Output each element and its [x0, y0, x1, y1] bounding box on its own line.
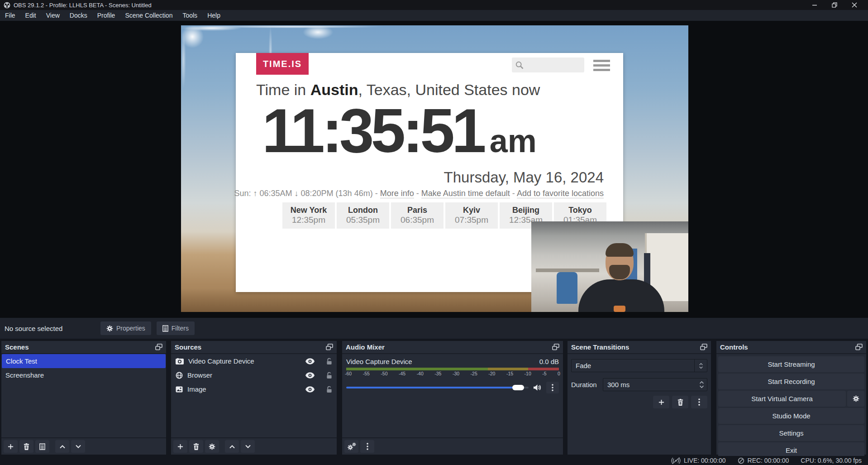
start-streaming-button[interactable]: Start Streaming: [718, 356, 864, 372]
audio-mixer-header[interactable]: Audio Mixer: [342, 341, 563, 354]
scene-item-clock-test[interactable]: Clock Test: [2, 354, 166, 368]
transition-menu-button[interactable]: [691, 396, 707, 408]
remove-source-button[interactable]: [189, 440, 203, 453]
popout-icon: [552, 344, 559, 350]
make-default-link: Make Austin time default: [421, 189, 510, 198]
webcam-overlay: [531, 221, 688, 312]
menu-help[interactable]: Help: [202, 10, 225, 21]
lock-icon[interactable]: [326, 358, 332, 365]
add-scene-button[interactable]: [4, 440, 18, 453]
sources-panel: Sources Video Capture Device Browser Ima…: [171, 340, 337, 455]
window-title: OBS 29.1.2 - Profile: LLHLS BETA - Scene…: [14, 2, 152, 9]
menu-docks[interactable]: Docks: [65, 10, 92, 21]
mixer-channel: Video Capture Device 0.0 dB -60-55-50-45…: [342, 354, 563, 437]
live-status: LIVE: 00:00:00: [671, 457, 726, 464]
move-scene-down-button[interactable]: [71, 440, 85, 453]
move-source-up-button[interactable]: [225, 440, 239, 453]
timeis-date: Thursday, May 16, 2024: [444, 169, 604, 186]
image-icon: [176, 386, 183, 393]
restore-button[interactable]: [825, 0, 844, 10]
remove-transition-button[interactable]: [672, 396, 688, 408]
menu-tools[interactable]: Tools: [177, 10, 202, 21]
popout-icon: [700, 344, 707, 350]
source-item-browser[interactable]: Browser: [171, 368, 337, 382]
popout-icon: [155, 344, 162, 350]
sources-list: Video Capture Device Browser Image: [171, 354, 337, 437]
obs-logo-icon: [4, 2, 10, 9]
studio-mode-button[interactable]: Studio Mode: [718, 408, 864, 424]
add-transition-button[interactable]: [653, 396, 669, 408]
stream-inactive-icon: [671, 457, 681, 464]
lock-icon[interactable]: [326, 386, 332, 393]
settings-button[interactable]: Settings: [718, 425, 864, 441]
selection-status: No source selected: [5, 325, 100, 332]
visibility-eye-icon[interactable]: [305, 386, 315, 393]
start-virtual-camera-button[interactable]: Start Virtual Camera: [718, 391, 846, 407]
add-favorite-link: Add to favorite locations: [517, 189, 604, 198]
obs-window: OBS 29.1.2 - Profile: LLHLS BETA - Scene…: [0, 0, 868, 465]
scene-filters-button[interactable]: [35, 440, 49, 453]
mixer-menu-button[interactable]: [360, 440, 374, 453]
remove-scene-button[interactable]: [19, 440, 33, 453]
record-inactive-icon: [738, 457, 744, 464]
city-tile: New York12:35pm: [282, 202, 335, 229]
transitions-header[interactable]: Scene Transitions: [568, 341, 711, 354]
controls-panel: Controls Start Streaming Start Recording…: [716, 340, 867, 455]
duration-spinbox[interactable]: 300 ms: [603, 378, 707, 391]
menu-profile[interactable]: Profile: [92, 10, 120, 21]
filter-icon: [162, 325, 168, 332]
transition-select[interactable]: Fade: [571, 359, 707, 372]
start-recording-button[interactable]: Start Recording: [718, 374, 864, 389]
volume-slider-handle[interactable]: [512, 385, 524, 390]
visibility-eye-icon[interactable]: [305, 358, 315, 364]
window-controls: [805, 0, 864, 10]
speaker-icon[interactable]: [533, 384, 542, 391]
preview-area: TIME.IS Time in Austin, Texas, United St…: [0, 21, 868, 318]
mixer-toolbar: [342, 437, 563, 455]
source-item-video-capture[interactable]: Video Capture Device: [171, 354, 337, 368]
scenes-toolbar: [1, 437, 166, 455]
visibility-eye-icon[interactable]: [305, 372, 315, 379]
source-properties-button[interactable]: [205, 440, 219, 453]
advanced-audio-button[interactable]: [344, 440, 358, 453]
filters-button[interactable]: Filters: [157, 321, 195, 335]
audio-mixer-panel: Audio Mixer Video Capture Device 0.0 dB …: [342, 340, 563, 455]
menu-view[interactable]: View: [41, 10, 65, 21]
globe-icon: [176, 372, 183, 379]
office-desk: [536, 268, 599, 272]
lock-icon[interactable]: [326, 372, 332, 379]
virtual-camera-settings-button[interactable]: [847, 391, 864, 407]
minimize-button[interactable]: [805, 0, 825, 10]
mixer-level-db: 0.0 dB: [539, 358, 559, 365]
gear-icon: [106, 325, 113, 332]
volume-slider[interactable]: [346, 383, 529, 393]
move-source-down-button[interactable]: [241, 440, 255, 453]
clock-time: 11:35:51: [262, 96, 483, 165]
menu-file[interactable]: File: [0, 10, 20, 21]
person-shirt: [614, 306, 625, 312]
popout-icon: [326, 344, 333, 350]
spin-carets[interactable]: [696, 381, 707, 388]
timeis-sun-info: Sun: ↑ 06:35AM ↓ 08:20PM (13h 46m) - Mor…: [234, 189, 604, 198]
move-scene-up-button[interactable]: [55, 440, 69, 453]
add-source-button[interactable]: [173, 440, 187, 453]
scenes-panel-header[interactable]: Scenes: [1, 341, 166, 354]
source-toolbar: No source selected Properties Filters: [0, 318, 868, 339]
menu-scene-collection[interactable]: Scene Collection: [120, 10, 177, 21]
city-tile: Paris06:35pm: [391, 202, 444, 229]
duration-label: Duration: [571, 381, 603, 388]
city-tile: Kyiv07:35pm: [445, 202, 498, 229]
scenes-list: Clock Test Screenshare: [1, 354, 166, 437]
properties-button[interactable]: Properties: [100, 321, 151, 335]
city-tile: London05:35pm: [337, 202, 389, 229]
menu-edit[interactable]: Edit: [20, 10, 41, 21]
sources-panel-header[interactable]: Sources: [171, 341, 337, 354]
controls-header[interactable]: Controls: [716, 341, 866, 354]
close-button[interactable]: [844, 0, 864, 10]
meter-scale: -60-55-50-45-40-35-30-25-20-15-10-50: [345, 371, 560, 376]
preview-canvas[interactable]: TIME.IS Time in Austin, Texas, United St…: [181, 25, 688, 312]
mixer-channel-menu-button[interactable]: [546, 382, 559, 393]
scene-item-screenshare[interactable]: Screenshare: [1, 368, 166, 382]
source-item-image[interactable]: Image: [171, 382, 337, 396]
timeis-clock: 11:35:51 am: [262, 96, 606, 165]
